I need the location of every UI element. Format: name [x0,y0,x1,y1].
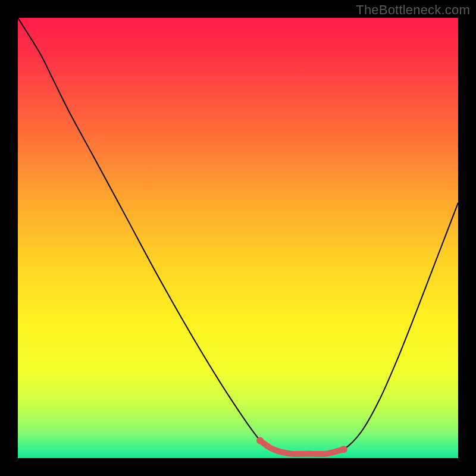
chart-frame: TheBottleneck.com [0,0,476,476]
attribution-label: TheBottleneck.com [356,2,470,18]
plot-area [18,18,458,458]
optimal-range-end-dot [340,446,347,453]
gradient-background [18,18,458,458]
optimal-range-start-dot [256,437,264,444]
bottleneck-chart [18,18,458,458]
